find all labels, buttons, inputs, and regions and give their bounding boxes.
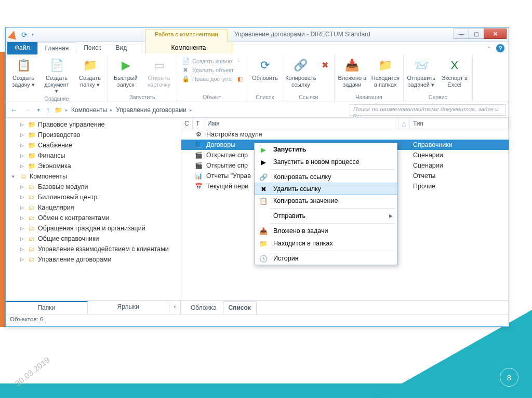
tree-node[interactable]: ▷🗂Базовые модули bbox=[6, 182, 181, 192]
page-number: 8 bbox=[500, 368, 518, 387]
bottom-tab-cover[interactable]: Обложка bbox=[185, 302, 222, 313]
tree-node[interactable]: ▷📁Снабжение bbox=[6, 140, 181, 150]
group-create-label: Создание bbox=[8, 95, 105, 103]
contextual-tab[interactable]: Работа с компонентами bbox=[145, 30, 228, 42]
menu-item[interactable]: 📋 Копировать значение bbox=[255, 195, 397, 207]
delete-object-button: ✖Удалить объект bbox=[181, 66, 243, 74]
tree-node[interactable]: ▷🗂Управление взаимодействием с клиентами bbox=[6, 244, 181, 254]
ribbon-tabs: Файл Главная Поиск Вид Компонента ⌃ ? bbox=[6, 42, 509, 54]
help-icon[interactable]: ? bbox=[496, 44, 504, 52]
tree-node[interactable]: ▷🗂Общие справочники bbox=[6, 234, 181, 244]
nav-up-icon[interactable]: ↑ bbox=[45, 106, 51, 114]
menu-item[interactable]: 🕓 История bbox=[255, 252, 397, 265]
breadcrumb-item[interactable]: Компоненты bbox=[71, 106, 107, 114]
in-folders-button[interactable]: 📁Находится в папках bbox=[370, 56, 401, 89]
tree-node-components[interactable]: ▾🗂Компоненты bbox=[6, 171, 181, 182]
open-card-button: ▭Открыть карточку bbox=[143, 56, 175, 89]
tree-node[interactable]: ▷🗂Обмен с контрагентами bbox=[6, 213, 181, 223]
tab-search[interactable]: Поиск bbox=[76, 42, 108, 54]
tree-node[interactable]: ▷🗂Управление договорами bbox=[6, 254, 181, 265]
tree-node[interactable]: ▷🗂Канцелярия bbox=[6, 202, 181, 213]
tree-node[interactable]: ▷📁Правовое управление bbox=[6, 119, 181, 130]
group-nav-label: Навигация bbox=[337, 94, 401, 101]
export-excel-button[interactable]: XЭкспорт в Excel bbox=[439, 56, 470, 89]
menu-item[interactable]: 🔗 Копировать ссылку bbox=[255, 171, 397, 183]
tree-node[interactable]: ▷📁Финансы bbox=[6, 150, 181, 161]
tab-view[interactable]: Вид bbox=[108, 42, 134, 54]
breadcrumb-item[interactable]: Управление договорами bbox=[116, 106, 187, 114]
menu-item[interactable]: ✖ Удалить ссылку bbox=[254, 183, 397, 195]
window-title: Управление договорами - DIRECTUM Standar… bbox=[234, 31, 370, 38]
nav-back-icon[interactable]: ← bbox=[9, 106, 19, 114]
contextual-subtab[interactable]: Компонента bbox=[145, 42, 232, 53]
bottom-tab-list[interactable]: Список bbox=[223, 301, 257, 314]
side-tab-folders[interactable]: Папки bbox=[6, 301, 88, 314]
search-input[interactable]: Поиск по наименованию/теме документов, з… bbox=[350, 104, 506, 116]
send-task-button[interactable]: 📨Отправить задачей ▾ bbox=[406, 56, 437, 89]
app-logo-icon bbox=[8, 30, 18, 40]
qat-refresh-icon[interactable]: ⟳ bbox=[21, 31, 28, 39]
list-header[interactable]: С Т Имя △ Тип bbox=[181, 118, 509, 129]
group-links-label: Ссылки bbox=[285, 94, 332, 101]
create-folder-button[interactable]: 📁Создать папку ▾ bbox=[74, 56, 105, 95]
group-object-label: Объект bbox=[179, 94, 245, 101]
status-bar: Объектов: 6 bbox=[6, 314, 509, 325]
list-row[interactable]: ⚙ Настройка модуля bbox=[181, 129, 509, 140]
side-tab-shortcuts[interactable]: Ярлыки bbox=[88, 301, 170, 314]
collapse-ribbon-icon[interactable]: ⌃ bbox=[487, 46, 491, 51]
menu-item[interactable]: ▶ Запустить bbox=[255, 143, 397, 156]
qat-dropdown-icon[interactable]: ▾ bbox=[32, 32, 34, 37]
menu-item[interactable]: 📁 Находится в папках bbox=[255, 237, 397, 250]
close-button[interactable]: ✕ bbox=[484, 29, 507, 39]
maximize-button[interactable]: ▢ bbox=[469, 29, 484, 39]
sidebar: ▷📁Правовое управление▷📁Производство▷📁Сна… bbox=[6, 118, 181, 314]
create-document-button[interactable]: 📄Создать документ ▾ bbox=[41, 56, 72, 95]
tree-node[interactable]: ▷📁Экономика bbox=[6, 161, 181, 171]
footer-date: 30.03.2019 bbox=[14, 355, 52, 388]
tree-node[interactable]: ▷🗂Биллинговый центр bbox=[6, 192, 181, 202]
side-tab-collapse-icon[interactable]: ‹ bbox=[169, 301, 181, 314]
menu-item[interactable]: ▶ Запустить в новом процессе bbox=[255, 156, 397, 168]
group-service-label: Сервис bbox=[406, 94, 470, 101]
delete-link-icon[interactable]: ✖ bbox=[318, 56, 332, 89]
file-tab[interactable]: Файл bbox=[7, 42, 37, 54]
context-menu[interactable]: ▶ Запустить ▶ Запустить в новом процессе… bbox=[254, 143, 397, 265]
quick-run-button[interactable]: ▶Быстрый запуск bbox=[110, 56, 141, 89]
in-tasks-button[interactable]: 📥Вложено в задачи bbox=[337, 56, 368, 89]
sort-indicator-icon[interactable]: △ bbox=[398, 118, 410, 129]
menu-item[interactable]: 📥 Вложено в задачи bbox=[255, 225, 397, 237]
refresh-button[interactable]: ⟳Обновить bbox=[249, 56, 281, 83]
menu-item[interactable]: Отправить ▶ bbox=[255, 210, 397, 222]
minimize-button[interactable]: — bbox=[454, 29, 469, 39]
copy-object-button: 📄Создать копию▫ bbox=[181, 57, 243, 65]
nav-dropdown-icon[interactable]: ▾ bbox=[36, 107, 42, 113]
ribbon: 📋Создать задачу ▾ 📄Создать документ ▾ 📁С… bbox=[6, 54, 509, 102]
titlebar: ⟳ ▾ Работа с компонентами Управление дог… bbox=[6, 28, 509, 42]
navigation-bar: ← → ▾ ↑ 📁 ▸ Компоненты ▸ Управление дого… bbox=[6, 102, 509, 118]
tree-node[interactable]: ▷📁Производство bbox=[6, 130, 181, 140]
access-rights-button: 🔒Права доступа◧ bbox=[181, 75, 243, 83]
nav-fwd-icon[interactable]: → bbox=[22, 106, 33, 114]
application-window: ⟳ ▾ Работа с компонентами Управление дог… bbox=[5, 27, 509, 327]
tree-node[interactable]: ▷🗂Обращения граждан и организаций bbox=[6, 223, 181, 234]
copy-link-button[interactable]: 🔗Копировать ссылку bbox=[285, 56, 316, 89]
content-pane: С Т Имя △ Тип ⚙ Настройка модуля 📘 Догов… bbox=[181, 118, 509, 314]
folder-tree[interactable]: ▷📁Правовое управление▷📁Производство▷📁Сна… bbox=[6, 118, 181, 300]
group-run-label: Запустить bbox=[110, 94, 175, 101]
group-list-label: Список bbox=[249, 94, 281, 101]
breadcrumb-root-icon: 📁 bbox=[55, 106, 62, 114]
create-task-button[interactable]: 📋Создать задачу ▾ bbox=[8, 56, 39, 95]
tab-home[interactable]: Главная bbox=[37, 42, 77, 54]
